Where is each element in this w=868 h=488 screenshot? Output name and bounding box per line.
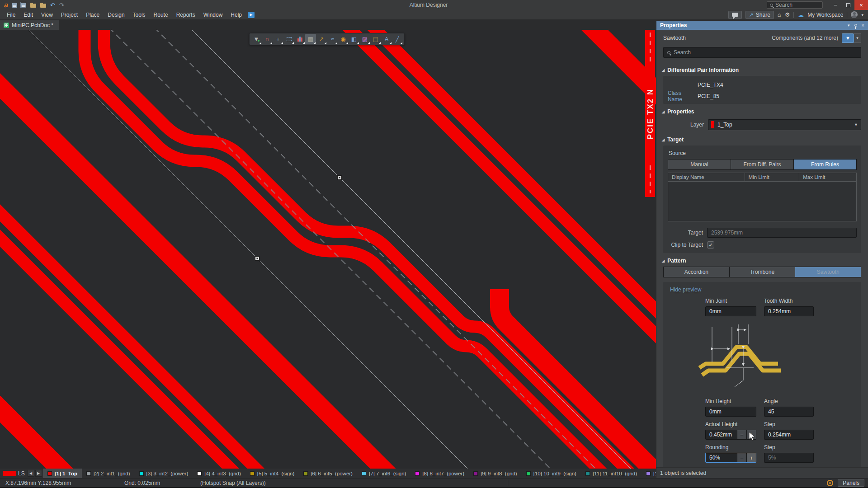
layer-tab--11-11-int10-gnd-[interactable]: [11] 11_int10_(gnd) [581, 469, 642, 478]
move-crosshair-icon[interactable]: + [273, 34, 283, 44]
tooth-width-input[interactable]: 0.254mm [764, 306, 814, 316]
height-step-input[interactable]: 0.254mm [764, 430, 814, 440]
save-all-icon[interactable] [21, 3, 26, 8]
diff-pair-route-icon[interactable]: ≈ [327, 34, 338, 44]
menu-window[interactable]: Window [199, 10, 227, 19]
comment-button[interactable] [728, 11, 742, 19]
open-document-icon[interactable] [40, 4, 46, 8]
menu-tools[interactable]: Tools [129, 10, 150, 19]
workspace-label[interactable]: My Workspace [807, 12, 843, 18]
panel-menu-caret-icon[interactable]: ▾ [848, 23, 850, 28]
place-polygon-icon[interactable]: ▨ [359, 34, 370, 44]
close-button[interactable]: × [854, 0, 868, 10]
layer-tab--4-4-int3-gnd-[interactable]: [4] 4_int3_(gnd) [193, 469, 245, 478]
place-via-icon[interactable]: ◉ [338, 34, 349, 44]
limits-column-header[interactable]: Min Limit [745, 173, 799, 182]
menu-design[interactable]: Design [104, 10, 128, 19]
layer-tab--3-3-int2-power-[interactable]: [3] 3_int2_(power) [135, 469, 193, 478]
filter-button[interactable]: ▼ [842, 33, 854, 43]
snap-magnet-icon[interactable]: ∩ [262, 34, 273, 44]
menu-place[interactable]: Place [82, 10, 104, 19]
source-option-from-rules[interactable]: From Rules [794, 160, 856, 169]
angle-input[interactable]: 45 [764, 407, 814, 417]
user-menu-caret-icon[interactable]: ▾ [861, 13, 863, 17]
document-tab[interactable]: MiniPC.PcbDoc * [0, 20, 59, 30]
layer-dropdown[interactable]: 1_Top ▼ [708, 119, 861, 130]
redo-icon[interactable]: ↷ [59, 2, 64, 8]
decrement-button[interactable]: − [737, 430, 746, 439]
layer-tab--10-10-int9-sign-[interactable]: [10] 10_int9_(sign) [522, 469, 581, 478]
filter-dropdown-button[interactable]: ▾ [854, 33, 861, 43]
menu-help[interactable]: Help [226, 10, 246, 19]
menu-route[interactable]: Route [150, 10, 172, 19]
pattern-tab-trombone[interactable]: Trombone [730, 267, 796, 277]
section-diff-pair-info[interactable]: ◢ Differential Pair Information [656, 62, 868, 76]
place-text-icon[interactable]: A [381, 34, 392, 44]
place-plane-icon[interactable]: ◧ [349, 34, 359, 44]
limits-column-header[interactable]: Max Limit [799, 173, 857, 182]
selection-filter-icon[interactable]: ▼ [251, 34, 262, 44]
rounding-label: Rounding [705, 444, 756, 450]
increment-button[interactable]: + [746, 453, 756, 462]
snap-readout: (Hotspot Snap (All Layers)) [200, 480, 266, 486]
rounding-stepper[interactable]: 50% − + [705, 453, 756, 463]
place-component-icon[interactable]: ▦ [305, 34, 316, 44]
minimize-button[interactable]: – [829, 0, 842, 10]
layer-tab--9-9-int8-gnd-[interactable]: [9] 9_int8_(gnd) [469, 469, 522, 478]
place-room-icon[interactable]: ▤ [370, 34, 381, 44]
panel-search-input[interactable]: Search [663, 47, 861, 58]
pattern-tab-accordion[interactable]: Accordion [664, 267, 730, 277]
source-option-manual[interactable]: Manual [668, 160, 731, 169]
select-area-icon[interactable] [283, 34, 294, 44]
section-target[interactable]: ◢ Target [656, 132, 868, 145]
hide-preview-link[interactable]: Hide preview [670, 286, 701, 293]
global-search-input[interactable]: Search [767, 1, 823, 9]
section-pattern[interactable]: ◢ Pattern [656, 253, 868, 267]
menu-view[interactable]: View [37, 10, 57, 19]
layer-tab--5-5-int4-sign-[interactable]: [5] 5_int4_(sign) [245, 469, 299, 478]
place-line-icon[interactable]: ╱ [392, 34, 403, 44]
menu-file[interactable]: File [3, 10, 19, 19]
properties-panel-header[interactable]: Properties ▾ × [656, 21, 868, 30]
menu-edit[interactable]: Edit [19, 10, 37, 19]
interactive-route-icon[interactable]: ↗ [316, 34, 327, 44]
layer-tab--12-12-int11-sign-[interactable]: [12] 12_int11_(sign) [642, 469, 656, 478]
share-button[interactable]: ↗ Share [745, 11, 774, 19]
layer-tab--8-8-int7-power-[interactable]: [8] 8_int7_(power) [410, 469, 469, 478]
panels-button[interactable]: Panels [838, 479, 864, 487]
pattern-tab-sawtooth[interactable]: Sawtooth [795, 267, 861, 277]
min-height-input[interactable]: 0mm [705, 407, 756, 417]
undo-icon[interactable]: ↶ [50, 2, 55, 8]
altium-365-icon[interactable]: ▶ [248, 12, 255, 18]
layer-scroll-left-button[interactable]: ◀ [28, 470, 34, 477]
min-joint-input[interactable]: 0mm [705, 306, 756, 316]
layer-tab--7-7-int6-sign-[interactable]: [7] 7_int6_(sign) [357, 469, 410, 478]
source-option-from-diff-pairs[interactable]: From Diff. Pairs [731, 160, 794, 169]
clip-to-target-checkbox[interactable]: ✓ [707, 241, 714, 249]
decrement-button[interactable]: − [737, 453, 746, 462]
layer-tab--2-2-int1-gnd-[interactable]: [2] 2_int1_(gnd) [82, 469, 135, 478]
settings-gear-icon[interactable]: ⚙ [785, 12, 790, 18]
rounding-step-input[interactable]: 5% [764, 453, 814, 463]
section-properties[interactable]: ◢ Properties [656, 104, 868, 117]
target-value-input[interactable]: 2539.975mm [707, 228, 857, 238]
limits-column-header[interactable]: Display Name [668, 173, 745, 182]
limits-table-body[interactable] [668, 182, 857, 221]
save-icon[interactable] [12, 3, 17, 8]
panel-close-icon[interactable]: × [862, 23, 864, 28]
layer-tab--6-6-int5-power-[interactable]: [6] 6_int5_(power) [299, 469, 357, 478]
layer-tab--1-1-Top[interactable]: [1] 1_Top [43, 469, 82, 478]
menu-reports[interactable]: Reports [172, 10, 199, 19]
pcb-editor-canvas[interactable]: PCIE TX2 N [0, 30, 656, 469]
maximize-button[interactable] [842, 0, 854, 10]
heads-up-icon[interactable] [827, 480, 833, 486]
panel-pin-icon[interactable] [854, 24, 857, 27]
home-icon[interactable]: ⌂ [778, 12, 781, 18]
layer-set-chip[interactable]: LS [0, 470, 28, 477]
step-label: Step [764, 444, 814, 450]
layer-scroll-right-button[interactable]: ▶ [35, 470, 42, 477]
open-folder-icon[interactable] [30, 4, 36, 8]
menu-project[interactable]: Project [57, 10, 82, 19]
board-insight-icon[interactable] [294, 34, 305, 44]
user-avatar[interactable] [851, 11, 858, 18]
